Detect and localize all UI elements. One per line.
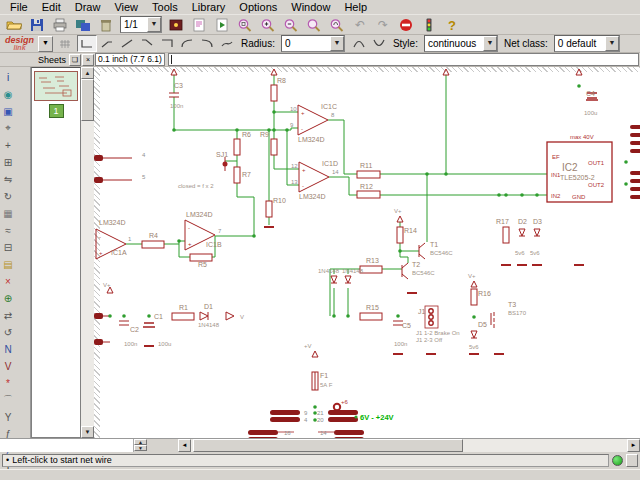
text-caret (171, 55, 172, 64)
radius-combo[interactable]: 0▼ (281, 35, 345, 52)
arc-up-button[interactable] (369, 35, 389, 52)
status-text: Left-click to start net wire (12, 455, 112, 466)
bend-angle-left-button[interactable] (97, 35, 117, 52)
bend-angle-right-button[interactable] (137, 35, 157, 52)
tool-cut-button[interactable]: ⊟ (0, 239, 16, 255)
menu-window[interactable]: Window (284, 1, 337, 14)
bend-s-curve-button[interactable] (217, 35, 237, 52)
tool-info-button[interactable]: i (0, 69, 16, 85)
style-combo[interactable]: continuous▼ (424, 35, 498, 52)
hscroll-track[interactable] (191, 439, 627, 452)
zoom-fit-button[interactable] (234, 15, 256, 34)
scroll-track[interactable] (81, 79, 94, 426)
schematic-label: T2 (412, 261, 420, 268)
tool-group-button[interactable]: ▦ (0, 205, 16, 221)
bend-arc-right-button[interactable] (197, 35, 217, 52)
sheet-thumbnail[interactable] (34, 71, 78, 101)
tool-display-button[interactable]: ▣ (0, 103, 16, 119)
designlink-dropdown[interactable]: ▼ (38, 36, 53, 52)
tool-pinswap-button[interactable]: ⇄ (0, 307, 16, 323)
tool-move-button[interactable]: + (0, 137, 16, 153)
schematic-label: F1 (320, 372, 328, 379)
undo-button[interactable]: ↶ (349, 15, 371, 34)
tool-change-button[interactable]: ≈ (0, 222, 16, 238)
pan-updown[interactable]: ▲ ▼ (134, 439, 148, 452)
schematic-label: V (240, 314, 244, 320)
script-button[interactable] (188, 15, 210, 34)
tool-rotate-button[interactable]: ↻ (0, 188, 16, 204)
sheet-selector-combo[interactable]: 1/1▼ (120, 16, 162, 33)
scroll-down-icon[interactable]: ▼ (81, 426, 94, 438)
sheet-number-badge[interactable]: 1 (49, 104, 64, 118)
grid-icon[interactable] (55, 35, 75, 52)
arc-down-button[interactable] (349, 35, 369, 52)
tool-miter-button[interactable]: ⌒ (0, 392, 16, 408)
zoom-redraw-button[interactable] (326, 15, 348, 34)
panel-float-icon[interactable]: ❏ (69, 54, 81, 66)
bend-arc-left-button[interactable] (177, 35, 197, 52)
run-button[interactable] (211, 15, 233, 34)
chevron-down-icon[interactable]: ▼ (330, 36, 344, 51)
zoom-out-button[interactable] (280, 15, 302, 34)
tool-smash-button[interactable]: * (0, 375, 16, 391)
library-button[interactable] (95, 15, 117, 34)
tool-split-button[interactable]: Y (0, 409, 16, 425)
scroll-left-icon[interactable]: ◄ (178, 439, 191, 452)
netclass-combo[interactable]: 0 default▼ (554, 35, 620, 52)
chevron-down-icon[interactable]: ▼ (483, 36, 497, 51)
open-button[interactable] (3, 15, 25, 34)
command-input[interactable] (168, 53, 639, 66)
script-icon (191, 18, 207, 32)
use-button[interactable] (165, 15, 187, 34)
tool-paste-button[interactable]: ▤ (0, 256, 16, 272)
menu-file[interactable]: File (3, 1, 35, 14)
menu-draw[interactable]: Draw (68, 1, 108, 14)
menu-tools[interactable]: Tools (145, 1, 185, 14)
bend-diagonal-button[interactable] (117, 35, 137, 52)
menu-help[interactable]: Help (337, 1, 374, 14)
scroll-up-icon[interactable]: ▲ (81, 67, 94, 79)
hscroll-thumb[interactable] (193, 439, 463, 452)
tool-value-button[interactable]: V (0, 358, 16, 374)
tool-delete-button[interactable]: × (0, 273, 16, 289)
schematic-label: 1N4148 (198, 322, 220, 328)
menu-view[interactable]: View (107, 1, 145, 14)
schematic-label: TLE5205-2 (560, 174, 595, 181)
pan-down-icon[interactable]: ▼ (134, 445, 147, 451)
tool-mirror-button[interactable]: ⇋ (0, 171, 16, 187)
bend-corner-left-button[interactable] (77, 35, 97, 52)
print-button[interactable] (49, 15, 71, 34)
schematic-canvas[interactable]: C3100nR8IC1CLM324D8109IC1DLM324D141213R6… (94, 67, 640, 438)
schematic-label: 13 (291, 179, 298, 185)
sheets-scrollbar[interactable]: ▲ ▼ (81, 67, 94, 438)
menu-library[interactable]: Library (185, 1, 233, 14)
schematic-label: 100n (394, 341, 407, 347)
schematic-label: D1 (204, 303, 213, 310)
zoom-select-button[interactable] (303, 15, 325, 34)
tool-name-button[interactable]: N (0, 341, 16, 357)
chevron-down-icon[interactable]: ▼ (147, 17, 161, 32)
tool-add-button[interactable]: ⊕ (0, 290, 16, 306)
scroll-thumb[interactable] (81, 79, 94, 121)
zoom-in-button[interactable] (257, 15, 279, 34)
panel-close-icon[interactable]: × (82, 54, 94, 66)
redo-button[interactable]: ↷ (372, 15, 394, 34)
schematic-label: R5 (198, 261, 207, 268)
tool-show-button[interactable]: ◉ (0, 86, 16, 102)
help-button[interactable]: ? (441, 15, 463, 34)
menu-edit[interactable]: Edit (35, 1, 68, 14)
open-icon (6, 18, 22, 32)
bend-corner-right-button[interactable] (157, 35, 177, 52)
sheets-panel-header: Sheets ❏ × (30, 53, 95, 66)
chevron-down-icon[interactable]: ▼ (605, 36, 619, 51)
sheet-list[interactable]: 1 (31, 67, 81, 438)
tool-gateswap-button[interactable]: ↺ (0, 324, 16, 340)
board-button[interactable] (72, 15, 94, 34)
stop-button[interactable] (395, 15, 417, 34)
layers-button[interactable] (418, 15, 440, 34)
scroll-right-icon[interactable]: ► (627, 439, 640, 452)
menu-options[interactable]: Options (232, 1, 284, 14)
tool-mark-button[interactable]: ⌖ (0, 120, 16, 136)
save-button[interactable] (26, 15, 48, 34)
tool-copy-button[interactable]: ⊞ (0, 154, 16, 170)
